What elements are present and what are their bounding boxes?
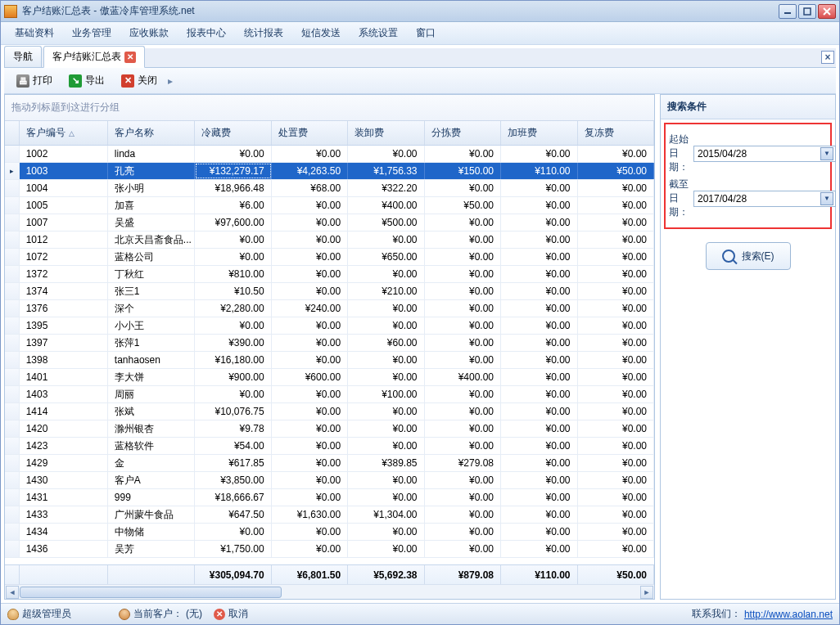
cell-customer-id: 1430 bbox=[20, 472, 108, 488]
table-row[interactable]: 1433广州蒙牛食品¥647.50¥1,630.00¥1,304.00¥0.00… bbox=[5, 506, 654, 524]
table-row[interactable]: 1005加喜¥6.00¥0.00¥400.00¥50.00¥0.00¥0.00 bbox=[5, 197, 654, 214]
cell-amount: ¥0.00 bbox=[425, 232, 501, 248]
cell-amount: ¥0.00 bbox=[501, 472, 577, 488]
cell-amount: ¥0.00 bbox=[348, 266, 424, 282]
cell-amount: ¥10.50 bbox=[195, 283, 271, 299]
table-row[interactable]: 1429金¥617.85¥0.00¥389.85¥279.08¥0.00¥0.0… bbox=[5, 455, 654, 472]
start-date-field[interactable]: ▼ bbox=[693, 146, 836, 162]
cell-amount: ¥0.00 bbox=[272, 283, 348, 299]
end-date-dropdown-icon[interactable]: ▼ bbox=[820, 192, 833, 205]
table-row[interactable]: 1434中物储¥0.00¥0.00¥0.00¥0.00¥0.00¥0.00 bbox=[5, 524, 654, 541]
cell-customer-id: 1433 bbox=[20, 506, 108, 523]
table-row[interactable]: 1007吴盛¥97,600.00¥0.00¥500.00¥0.00¥0.00¥0… bbox=[5, 214, 654, 232]
row-indicator bbox=[5, 146, 20, 162]
table-row[interactable]: 1004张小明¥18,966.48¥68.00¥322.20¥0.00¥0.00… bbox=[5, 180, 654, 197]
table-row[interactable]: 1012北京天昌斋食品...¥0.00¥0.00¥0.00¥0.00¥0.00¥… bbox=[5, 232, 654, 249]
cell-amount: ¥900.00 bbox=[195, 369, 271, 385]
group-by-hint[interactable]: 拖动列标题到这进行分组 bbox=[5, 95, 654, 121]
menu-item[interactable]: 统计报表 bbox=[237, 23, 291, 43]
contact-link[interactable]: http://www.aolan.net bbox=[744, 609, 833, 620]
menu-item[interactable]: 基础资料 bbox=[7, 23, 61, 43]
table-row[interactable]: 1397张萍1¥390.00¥0.00¥60.00¥0.00¥0.00¥0.00 bbox=[5, 335, 654, 352]
print-button[interactable]: 🖶 打印 bbox=[9, 70, 60, 91]
cell-amount: ¥0.00 bbox=[348, 438, 424, 454]
menu-item[interactable]: 报表中心 bbox=[179, 23, 233, 43]
table-row[interactable]: 1401李大饼¥900.00¥600.00¥0.00¥400.00¥0.00¥0… bbox=[5, 369, 654, 386]
cell-amount: ¥0.00 bbox=[501, 249, 577, 265]
table-row[interactable]: 1395小小王¥0.00¥0.00¥0.00¥0.00¥0.00¥0.00 bbox=[5, 317, 654, 335]
menu-item[interactable]: 短信发送 bbox=[294, 23, 348, 43]
menu-item[interactable]: 窗口 bbox=[409, 23, 443, 43]
app-icon bbox=[4, 5, 17, 18]
table-row[interactable]: 1002linda¥0.00¥0.00¥0.00¥0.00¥0.00¥0.00 bbox=[5, 146, 654, 163]
cell-customer-id: 1395 bbox=[20, 317, 108, 334]
row-indicator bbox=[5, 335, 20, 351]
toolbar-overflow-icon[interactable]: ▸ bbox=[166, 75, 174, 87]
cell-amount: ¥0.00 bbox=[272, 386, 348, 402]
row-indicator bbox=[5, 232, 20, 248]
grid-panel: 拖动列标题到这进行分组 客户编号△客户名称冷藏费处置费装卸费分拣费加班费复冻费 … bbox=[4, 94, 655, 600]
column-header[interactable]: 装卸费 bbox=[348, 121, 424, 145]
export-button[interactable]: ↘ 导出 bbox=[61, 70, 112, 91]
column-header[interactable]: 客户名称 bbox=[108, 121, 195, 145]
table-row[interactable]: 1398tanhaosen¥16,180.00¥0.00¥0.00¥0.00¥0… bbox=[5, 352, 654, 369]
menu-item[interactable]: 业务管理 bbox=[65, 23, 119, 43]
scroll-right-button[interactable]: ► bbox=[640, 586, 653, 599]
end-date-input[interactable] bbox=[698, 193, 820, 205]
cell-amount: ¥1,756.33 bbox=[348, 163, 424, 179]
cell-amount: ¥500.00 bbox=[348, 214, 424, 231]
horizontal-scrollbar[interactable]: ◄ ► bbox=[5, 584, 654, 599]
row-indicator bbox=[5, 420, 20, 437]
menu-item[interactable]: 系统设置 bbox=[351, 23, 405, 43]
column-header[interactable]: 冷藏费 bbox=[195, 121, 271, 145]
table-row[interactable]: 1372丁秋红¥810.00¥0.00¥0.00¥0.00¥0.00¥0.00 bbox=[5, 266, 654, 283]
table-row[interactable]: 1431999¥18,666.67¥0.00¥0.00¥0.00¥0.00¥0.… bbox=[5, 489, 654, 506]
scroll-thumb[interactable] bbox=[20, 587, 282, 598]
column-header[interactable]: 处置费 bbox=[272, 121, 348, 145]
menu-item[interactable]: 应收账款 bbox=[122, 23, 176, 43]
cell-amount: ¥0.00 bbox=[272, 489, 348, 506]
close-button[interactable] bbox=[818, 4, 836, 19]
column-header[interactable]: 加班费 bbox=[501, 121, 577, 145]
start-date-dropdown-icon[interactable]: ▼ bbox=[820, 147, 833, 160]
row-indicator bbox=[5, 352, 20, 368]
table-row[interactable]: 1430客户A¥3,850.00¥0.00¥0.00¥0.00¥0.00¥0.0… bbox=[5, 472, 654, 489]
table-row[interactable]: 1376深个¥2,280.00¥240.00¥0.00¥0.00¥0.00¥0.… bbox=[5, 300, 654, 317]
search-button[interactable]: 搜索(E) bbox=[706, 242, 791, 270]
cell-customer-id: 1398 bbox=[20, 352, 108, 368]
close-all-tabs-button[interactable]: × bbox=[821, 51, 834, 64]
cell-customer-id: 1420 bbox=[20, 420, 108, 437]
table-row[interactable]: 1403周丽¥0.00¥0.00¥100.00¥0.00¥0.00¥0.00 bbox=[5, 386, 654, 403]
cell-amount: ¥0.00 bbox=[578, 197, 654, 214]
tab[interactable]: 客户结账汇总表✕ bbox=[43, 46, 145, 68]
table-row[interactable]: 1436吴芳¥1,750.00¥0.00¥0.00¥0.00¥0.00¥0.00 bbox=[5, 541, 654, 558]
cell-amount: ¥0.00 bbox=[578, 214, 654, 231]
column-header[interactable]: 分拣费 bbox=[425, 121, 501, 145]
tab[interactable]: 导航 bbox=[4, 46, 42, 67]
cell-amount: ¥210.00 bbox=[348, 283, 424, 299]
tab-close-icon[interactable]: ✕ bbox=[124, 52, 136, 63]
minimize-button[interactable] bbox=[779, 4, 797, 19]
table-row[interactable]: 1414张斌¥10,076.75¥0.00¥0.00¥0.00¥0.00¥0.0… bbox=[5, 403, 654, 420]
column-header[interactable]: 客户编号△ bbox=[20, 121, 108, 145]
table-row[interactable]: ▸1003孔亮¥132,279.17¥4,263.50¥1,756.33¥150… bbox=[5, 163, 654, 180]
table-row[interactable]: 1072蓝格公司¥0.00¥0.00¥650.00¥0.00¥0.00¥0.00 bbox=[5, 249, 654, 266]
start-date-input[interactable] bbox=[698, 148, 820, 160]
grid-body[interactable]: 1002linda¥0.00¥0.00¥0.00¥0.00¥0.00¥0.00▸… bbox=[5, 146, 654, 564]
cell-customer-id: 1414 bbox=[20, 403, 108, 420]
end-date-field[interactable]: ▼ bbox=[693, 191, 836, 207]
total-cell: ¥305,094.70 bbox=[195, 565, 271, 584]
cell-customer-id: 1376 bbox=[20, 300, 108, 317]
table-row[interactable]: 1423蓝格软件¥54.00¥0.00¥0.00¥0.00¥0.00¥0.00 bbox=[5, 438, 654, 455]
total-cell: ¥50.00 bbox=[578, 565, 654, 584]
table-row[interactable]: 1374张三1¥10.50¥0.00¥210.00¥0.00¥0.00¥0.00 bbox=[5, 283, 654, 300]
close-tab-button[interactable]: ✕ 关闭 bbox=[114, 70, 165, 91]
cell-amount: ¥0.00 bbox=[578, 369, 654, 385]
search-panel-title: 搜索条件 bbox=[661, 95, 835, 119]
maximize-button[interactable] bbox=[798, 4, 816, 19]
cancel-label[interactable]: 取消 bbox=[228, 607, 248, 621]
column-header[interactable]: 复冻费 bbox=[578, 121, 654, 145]
table-row[interactable]: 1420滁州银杏¥9.78¥0.00¥0.00¥0.00¥0.00¥0.00 bbox=[5, 420, 654, 438]
scroll-left-button[interactable]: ◄ bbox=[6, 586, 19, 599]
cell-customer-id: 1403 bbox=[20, 386, 108, 402]
